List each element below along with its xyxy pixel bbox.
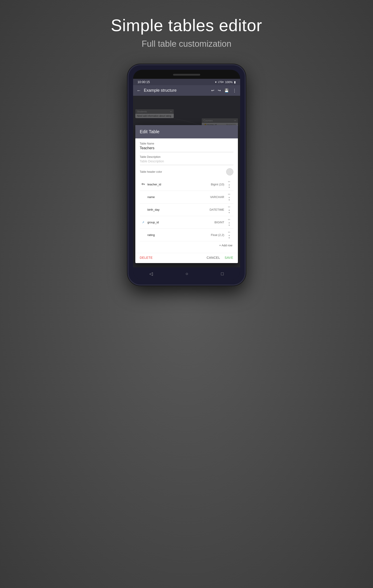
field-actions-group-id: ✏ ▲ ▼ [225, 216, 233, 229]
field-name-teacher-id: teacher_id [147, 178, 185, 191]
status-bar: 10:00:15 ▾ LTE▾ 100% ▮ [133, 79, 240, 85]
phone-container: 10:00:15 ▾ LTE▾ 100% ▮ ← Example structu… [128, 64, 245, 494]
signal-icon: LTE▾ [218, 81, 224, 84]
dialog-confirm-actions: CANCEL SAVE [206, 256, 233, 260]
dialog-header: Edit Table [135, 125, 238, 138]
field-type-rating: Float (2,2) [185, 229, 225, 242]
app-bar: ← Example structure ↩ ↪ 💾 ⋮ [133, 85, 240, 96]
undo-icon[interactable]: ↩ [211, 88, 214, 93]
field-row-rating: rating Float (2,2) ✏ ▲ ▼ [140, 229, 233, 242]
up-arrow-name[interactable]: ▲ [228, 196, 230, 199]
edit-icon-group-id[interactable]: ✏ [228, 218, 230, 221]
edit-table-dialog: Edit Table Table Name Teachers Table Des… [135, 125, 238, 263]
save-button[interactable]: SAVE [224, 256, 233, 260]
recent-nav-icon[interactable]: □ [221, 271, 224, 276]
battery-label: 100% [225, 80, 233, 84]
page-title: Simple tables editor [0, 16, 373, 35]
dialog-actions: DELETE CANCEL SAVE [135, 253, 238, 263]
up-arrow-group-id[interactable]: ▲ [228, 221, 230, 224]
delete-button[interactable]: DELETE [140, 256, 153, 260]
dialog-body: Table Name Teachers Table Description Ta… [135, 138, 238, 253]
down-arrow-birth-day[interactable]: ▼ [228, 211, 230, 214]
back-icon[interactable]: ← [137, 88, 141, 93]
field-actions-teacher-id: ✏ ▲ ▼ [225, 178, 233, 191]
field-name-birth-day: birth_day [147, 203, 185, 216]
field-row-actions: ✏ ▲ ▼ [226, 193, 233, 201]
field-icon-birth-day [140, 203, 147, 216]
key-icon-teacher-id [141, 182, 145, 186]
page-header: Simple tables editor Full table customiz… [0, 0, 373, 60]
table-description-input[interactable]: Table Description [140, 159, 233, 165]
overflow-menu-icon[interactable]: ⋮ [233, 88, 236, 93]
field-icon-rating [140, 229, 147, 242]
field-icon-name [140, 191, 147, 203]
add-row-button[interactable]: + Add row [140, 242, 233, 249]
edit-icon-rating[interactable]: ✏ [228, 231, 230, 234]
wifi-icon: ▾ [215, 80, 217, 84]
down-arrow-teacher-id[interactable]: ▼ [228, 186, 230, 189]
field-type-birth-day: DATETIME [185, 203, 225, 216]
field-name-name: name [147, 191, 185, 203]
up-arrow-teacher-id[interactable]: ▲ [228, 183, 230, 186]
nav-bar: ◁ ○ □ [133, 267, 240, 280]
battery-icon: ▮ [234, 80, 236, 84]
field-icon-group-id: ↗ [140, 216, 147, 229]
color-picker-row: Table header color [140, 168, 233, 176]
color-label: Table header color [140, 170, 162, 173]
up-arrow-rating[interactable]: ▲ [228, 234, 230, 237]
table-description-label: Table Description [140, 155, 233, 158]
field-row-birth-day: birth_day DATETIME ✏ ▲ ▼ [140, 203, 233, 216]
link-icon-group-id: ↗ [142, 220, 144, 224]
field-row-teacher-id: teacher_id Bigint (10) ✏ ▲ ▼ [140, 178, 233, 191]
field-name-group-id: group_id [147, 216, 185, 229]
screen-content: Students ✏ Need add information about ra… [133, 96, 240, 267]
app-bar-right: ↩ ↪ 💾 ⋮ [211, 88, 236, 93]
down-arrow-group-id[interactable]: ▼ [228, 224, 230, 227]
field-type-group-id: BIGINT [185, 216, 225, 229]
field-row-actions: ✏ ▲ ▼ [226, 180, 233, 189]
edit-icon-birth-day[interactable]: ✏ [228, 205, 230, 209]
field-row-actions: ✏ ▲ ▼ [226, 205, 233, 214]
redo-icon[interactable]: ↪ [218, 88, 221, 93]
phone-inner: 10:00:15 ▾ LTE▾ 100% ▮ ← Example structu… [133, 70, 240, 280]
field-actions-rating: ✏ ▲ ▼ [225, 229, 233, 242]
status-time: 10:00:15 [138, 80, 150, 84]
phone-frame: 10:00:15 ▾ LTE▾ 100% ▮ ← Example structu… [128, 64, 245, 285]
app-bar-left: ← Example structure [137, 88, 177, 93]
field-type-name: VARCHAR [185, 191, 225, 203]
back-nav-icon[interactable]: ◁ [149, 271, 153, 276]
field-actions-name: ✏ ▲ ▼ [225, 191, 233, 203]
cancel-button[interactable]: CANCEL [206, 256, 220, 260]
save-icon[interactable]: 💾 [224, 88, 229, 93]
field-name-rating: rating [147, 229, 185, 242]
edit-icon-teacher-id[interactable]: ✏ [228, 180, 230, 183]
edit-icon-name[interactable]: ✏ [228, 193, 230, 196]
app-bar-title: Example structure [144, 88, 177, 93]
table-name-label: Table Name [140, 142, 233, 145]
field-row-actions: ✏ ▲ ▼ [226, 218, 233, 227]
status-icons: ▾ LTE▾ 100% ▮ [215, 80, 236, 84]
field-row-actions: ✏ ▲ ▼ [226, 231, 233, 239]
phone-speaker [173, 74, 200, 76]
field-actions-birth-day: ✏ ▲ ▼ [225, 203, 233, 216]
up-arrow-birth-day[interactable]: ▲ [228, 209, 230, 211]
field-row-name: name VARCHAR ✏ ▲ ▼ [140, 191, 233, 203]
field-row-group-id: ↗ group_id BIGINT ✏ ▲ ▼ [140, 216, 233, 229]
table-name-value[interactable]: Teachers [140, 146, 233, 152]
home-nav-icon[interactable]: ○ [185, 271, 188, 276]
down-arrow-rating[interactable]: ▼ [228, 237, 230, 239]
dialog-title: Edit Table [140, 129, 160, 134]
down-arrow-name[interactable]: ▼ [228, 199, 230, 201]
page-subtitle: Full table customization [0, 39, 373, 49]
field-icon-teacher-id [140, 178, 147, 191]
fields-table: teacher_id Bigint (10) ✏ ▲ ▼ [140, 178, 233, 242]
color-circle[interactable] [226, 168, 233, 176]
field-type-teacher-id: Bigint (10) [185, 178, 225, 191]
